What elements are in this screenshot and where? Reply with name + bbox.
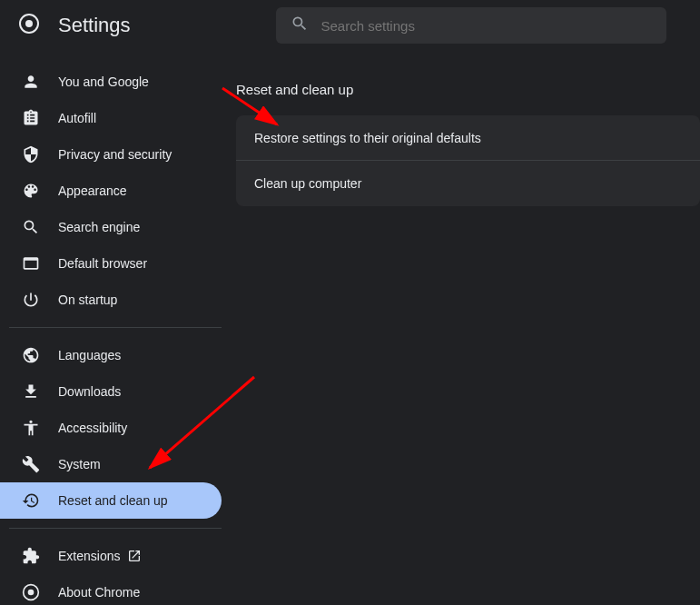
- settings-card: Restore settings to their original defau…: [236, 115, 700, 206]
- sidebar-divider: [9, 528, 222, 529]
- sidebar-item-default-browser[interactable]: Default browser: [0, 245, 222, 282]
- history-icon: [22, 491, 40, 510]
- sidebar-item-reset[interactable]: Reset and clean up: [0, 482, 222, 519]
- sidebar-item-accessibility[interactable]: Accessibility: [0, 410, 222, 446]
- section-title: Reset and clean up: [236, 82, 700, 97]
- sidebar: You and GoogleAutofillPrivacy and securi…: [0, 51, 236, 605]
- svg-point-1: [25, 20, 33, 27]
- sidebar-item-label: Appearance: [58, 183, 127, 198]
- sidebar-item-appearance[interactable]: Appearance: [0, 173, 222, 209]
- power-icon: [22, 291, 40, 309]
- header: Settings: [0, 0, 700, 51]
- search-icon: [22, 218, 40, 236]
- sidebar-item-label: About Chrome: [58, 585, 140, 600]
- search-bar[interactable]: [276, 7, 666, 44]
- sidebar-item-label: Privacy and security: [58, 147, 172, 162]
- sidebar-item-label: On startup: [58, 293, 117, 307]
- download-icon: [22, 382, 40, 401]
- sidebar-item-system[interactable]: System: [0, 446, 222, 482]
- settings-row-label: Clean up computer: [254, 176, 361, 191]
- extension-icon: [22, 547, 40, 565]
- sidebar-item-label: Default browser: [58, 256, 147, 271]
- globe-icon: [22, 346, 40, 364]
- sidebar-item-label: Extensions: [58, 549, 120, 563]
- settings-row-restore[interactable]: Restore settings to their original defau…: [236, 115, 700, 161]
- sidebar-item-on-startup[interactable]: On startup: [0, 282, 222, 318]
- sidebar-item-label: Search engine: [58, 220, 140, 234]
- sidebar-item-languages[interactable]: Languages: [0, 337, 222, 373]
- assignment-icon: [22, 109, 40, 127]
- main-content: Reset and clean up Restore settings to t…: [236, 51, 700, 605]
- external-link-icon: [127, 549, 142, 563]
- sidebar-item-label: System: [58, 457, 101, 471]
- browser-icon: [22, 254, 40, 273]
- sidebar-item-you-and-google[interactable]: You and Google: [0, 64, 222, 100]
- sidebar-item-label: You and Google: [58, 74, 149, 89]
- shield-icon: [22, 145, 40, 164]
- settings-row-cleanup[interactable]: Clean up computer: [236, 161, 700, 206]
- sidebar-item-label: Reset and clean up: [58, 493, 168, 508]
- person-icon: [22, 73, 40, 91]
- sidebar-item-downloads[interactable]: Downloads: [0, 373, 222, 410]
- settings-row-label: Restore settings to their original defau…: [254, 131, 481, 145]
- chrome-icon: [22, 583, 40, 601]
- sidebar-item-about[interactable]: About Chrome: [0, 574, 222, 605]
- page-title: Settings: [58, 14, 131, 37]
- sidebar-item-label: Downloads: [58, 384, 121, 399]
- wrench-icon: [22, 455, 40, 473]
- sidebar-item-extensions[interactable]: Extensions: [0, 538, 222, 574]
- sidebar-divider: [9, 327, 222, 328]
- accessibility-icon: [22, 419, 40, 437]
- sidebar-item-label: Languages: [58, 348, 121, 362]
- search-input[interactable]: [321, 18, 652, 34]
- svg-point-3: [28, 590, 35, 596]
- sidebar-item-autofill[interactable]: Autofill: [0, 100, 222, 136]
- sidebar-item-label: Accessibility: [58, 421, 127, 435]
- sidebar-item-privacy[interactable]: Privacy and security: [0, 136, 222, 173]
- sidebar-item-search-engine[interactable]: Search engine: [0, 209, 222, 245]
- chrome-logo-icon: [18, 13, 40, 38]
- palette-icon: [22, 182, 40, 200]
- sidebar-item-label: Autofill: [58, 111, 96, 125]
- search-icon: [291, 15, 309, 36]
